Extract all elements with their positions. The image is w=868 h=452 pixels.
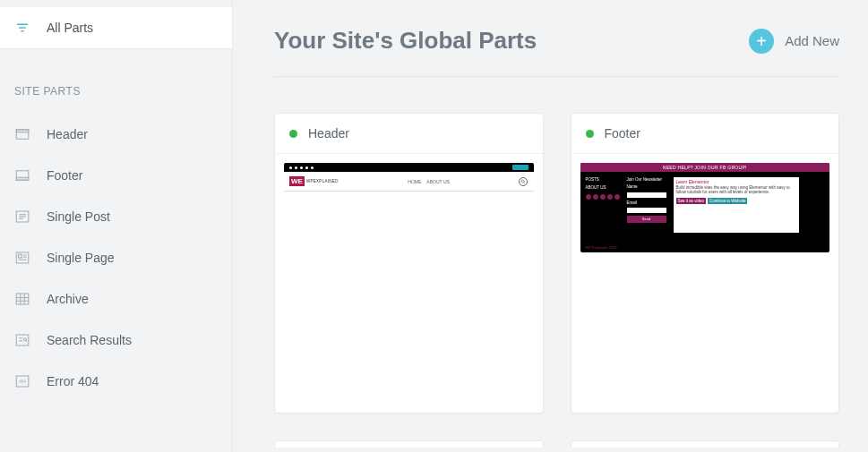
preview-nav-link: ABOUT US bbox=[426, 179, 449, 184]
sidebar-item-header[interactable]: Header bbox=[0, 114, 232, 155]
cards-next-row-peek bbox=[274, 440, 839, 448]
svg-text:404: 404 bbox=[19, 380, 26, 384]
card-header[interactable]: Header WE WPEXPLAINED bbox=[274, 113, 544, 414]
sidebar-item-archive[interactable]: Archive bbox=[0, 278, 232, 320]
preview-about-label: ABOUT US bbox=[586, 185, 620, 190]
preview-learn-btn2: Continue to Website bbox=[708, 198, 747, 204]
sidebar-nav-list: Header Footer Single Post Single Page bbox=[0, 110, 232, 402]
preview-posts-label: POSTS bbox=[586, 177, 620, 182]
logo-mark: WE bbox=[289, 176, 305, 187]
header-preview: WE WPEXPLAINED HOME ABOUT US bbox=[284, 163, 534, 404]
preview-newsletter-label: Join Our Newsletter bbox=[627, 177, 666, 182]
single-page-icon bbox=[14, 250, 30, 266]
add-new-button[interactable]: + Add New bbox=[749, 29, 839, 54]
filter-icon bbox=[14, 20, 30, 36]
add-new-label: Add New bbox=[785, 33, 839, 48]
footer-preview: NEED HELP? JOIN OUR FB GROUP! POSTS ABOU… bbox=[580, 163, 830, 252]
preview-send-button: Send bbox=[627, 216, 666, 223]
sidebar-item-single-post[interactable]: Single Post bbox=[0, 196, 232, 237]
status-dot-active bbox=[289, 130, 297, 138]
plus-icon: + bbox=[749, 29, 774, 54]
card-title: Header bbox=[308, 126, 349, 141]
svg-line-29 bbox=[524, 182, 525, 183]
sidebar: All Parts SITE PARTS Header Footer Sin bbox=[0, 0, 233, 452]
sidebar-item-label: Single Page bbox=[47, 251, 115, 265]
sidebar-item-label: Single Post bbox=[47, 209, 110, 224]
card-body: WE WPEXPLAINED HOME ABOUT US bbox=[275, 154, 543, 413]
sidebar-item-label: Search Results bbox=[47, 333, 132, 347]
sidebar-item-search-results[interactable]: Search Results bbox=[0, 320, 232, 361]
search-results-icon bbox=[14, 332, 30, 348]
preview-nav-row: WE WPEXPLAINED HOME ABOUT US bbox=[284, 172, 534, 192]
footer-icon bbox=[14, 167, 30, 183]
preview-topbar bbox=[284, 163, 534, 172]
status-dot-active bbox=[586, 130, 594, 138]
svg-rect-4 bbox=[16, 130, 29, 132]
preview-nav-link: HOME bbox=[408, 179, 421, 184]
sidebar-item-label: Footer bbox=[47, 168, 82, 183]
preview-email-label: Email bbox=[627, 200, 666, 205]
svg-rect-16 bbox=[16, 294, 29, 304]
preview-name-input bbox=[627, 192, 666, 198]
card-head: Footer bbox=[572, 114, 839, 154]
page-title: Your Site's Global Parts bbox=[274, 27, 537, 55]
svg-rect-12 bbox=[19, 254, 22, 258]
preview-nav-links: HOME ABOUT US bbox=[408, 179, 449, 184]
header-icon bbox=[14, 126, 30, 142]
main-content: Your Site's Global Parts + Add New Heade… bbox=[233, 0, 868, 452]
svg-point-28 bbox=[521, 180, 524, 183]
social-icons bbox=[289, 166, 314, 169]
sidebar-item-label: Archive bbox=[47, 292, 89, 306]
main-header: Your Site's Global Parts + Add New bbox=[274, 27, 839, 77]
preview-footer-left: POSTS ABOUT US bbox=[586, 177, 620, 239]
preview-logo: WE WPEXPLAINED bbox=[289, 176, 339, 187]
preview-banner: NEED HELP? JOIN OUR FB GROUP! bbox=[580, 163, 830, 172]
svg-point-24 bbox=[24, 338, 27, 341]
card-peek[interactable] bbox=[571, 440, 840, 448]
app-layout: All Parts SITE PARTS Header Footer Sin bbox=[0, 0, 868, 452]
preview-footer-body: POSTS ABOUT US Join Our Newsletter Name … bbox=[580, 172, 830, 244]
svg-line-25 bbox=[26, 340, 27, 341]
card-head: Header bbox=[275, 114, 543, 154]
search-icon bbox=[519, 177, 528, 186]
sidebar-item-footer[interactable]: Footer bbox=[0, 155, 232, 196]
sidebar-all-parts[interactable]: All Parts bbox=[0, 7, 232, 49]
sidebar-item-label: Error 404 bbox=[47, 374, 99, 388]
preview-learn-buttons: See it as video Continue to Website bbox=[676, 198, 796, 204]
sidebar-item-single-page[interactable]: Single Page bbox=[0, 237, 232, 278]
archive-icon bbox=[14, 291, 30, 307]
card-title: Footer bbox=[605, 126, 640, 141]
all-parts-label: All Parts bbox=[47, 21, 93, 35]
preview-email-input bbox=[627, 208, 666, 213]
sidebar-item-label: Header bbox=[47, 127, 88, 141]
preview-learn-title: Learn Elementor bbox=[676, 179, 796, 184]
logo-subtext: WPEXPLAINED bbox=[306, 179, 339, 183]
sidebar-item-error-404[interactable]: 404 Error 404 bbox=[0, 361, 232, 402]
preview-name-label: Name bbox=[627, 184, 666, 189]
preview-cta-button bbox=[512, 165, 529, 170]
preview-social-icons bbox=[586, 194, 620, 200]
single-post-icon bbox=[14, 209, 30, 225]
card-peek[interactable] bbox=[274, 440, 544, 448]
svg-rect-6 bbox=[16, 177, 29, 180]
preview-learn-panel: Learn Elementor Build incredible sites t… bbox=[674, 177, 799, 233]
preview-learn-desc: Build incredible sites the easy way usin… bbox=[676, 185, 796, 195]
card-footer[interactable]: Footer NEED HELP? JOIN OUR FB GROUP! POS… bbox=[571, 113, 840, 414]
card-body: NEED HELP? JOIN OUR FB GROUP! POSTS ABOU… bbox=[572, 154, 839, 413]
site-parts-heading: SITE PARTS bbox=[0, 49, 232, 110]
error-404-icon: 404 bbox=[14, 373, 30, 389]
preview-copyright: WP Explained 2020 bbox=[580, 244, 830, 252]
preview-learn-btn1: See it as video bbox=[676, 198, 707, 204]
preview-footer-mid: Join Our Newsletter Name Email Send bbox=[627, 177, 666, 239]
cards-grid: Header WE WPEXPLAINED bbox=[274, 113, 839, 414]
